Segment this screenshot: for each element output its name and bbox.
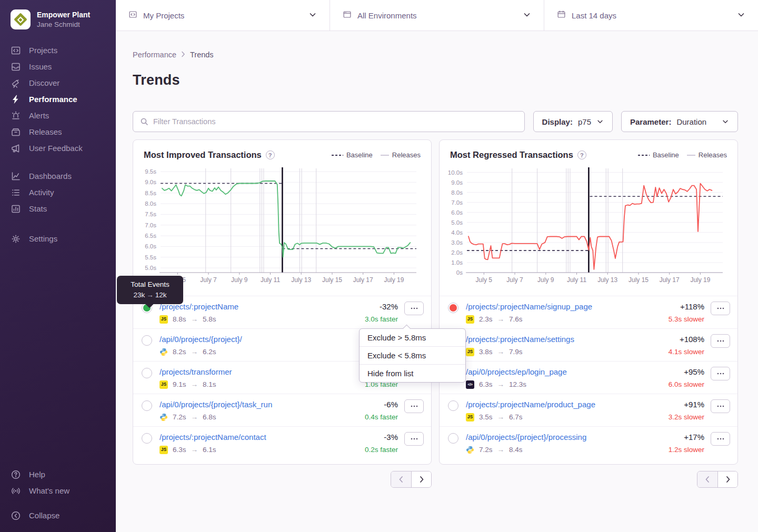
sidebar: Empower Plant Jane Schmidt Projects Issu…: [0, 0, 116, 532]
transaction-radio[interactable]: [142, 335, 152, 346]
chevron-left-icon: [704, 476, 711, 483]
transaction-link[interactable]: /projects/:projectName/contact: [159, 432, 266, 442]
sidebar-item-dashboards[interactable]: Dashboards: [0, 168, 116, 184]
transaction-link[interactable]: /projects/transformer: [159, 367, 232, 377]
transaction-menu-button[interactable]: [711, 302, 730, 315]
next-page-button[interactable]: [717, 471, 737, 487]
transaction-change: -3% 0.2s faster: [365, 432, 398, 454]
improved-pagination: [391, 471, 432, 488]
duration-after: 5.8s: [203, 315, 216, 324]
search-input[interactable]: [153, 117, 517, 126]
transaction-menu-button[interactable]: [711, 334, 730, 348]
percent-change: +118%: [680, 302, 704, 312]
svg-text:July 11: July 11: [261, 276, 280, 284]
transaction-radio[interactable]: [142, 400, 152, 411]
help-icon[interactable]: ?: [577, 150, 586, 159]
javascript-platform-icon: JS: [466, 413, 474, 421]
transaction-link[interactable]: /projects/:projectName/product_page: [466, 399, 595, 409]
filter-row: Display: p75 Parameter: Duration: [133, 111, 738, 132]
transaction-menu-button[interactable]: [711, 367, 730, 380]
ellipsis-icon: [717, 307, 724, 309]
transaction-link[interactable]: /api/0/projects/{project}/: [159, 334, 242, 344]
sidebar-item-label: Projects: [29, 46, 57, 55]
duration-after: 7.9s: [509, 347, 523, 356]
menu-item[interactable]: Hide from list: [360, 364, 465, 382]
sidebar-item-alerts[interactable]: Alerts: [0, 107, 116, 124]
date-filter[interactable]: Last 14 days: [544, 0, 758, 31]
transaction-menu-button[interactable]: [711, 432, 730, 446]
svg-text:5.0s: 5.0s: [451, 219, 463, 226]
ellipsis-icon: [411, 405, 418, 407]
sidebar-item-collapse[interactable]: Collapse: [0, 507, 116, 524]
transaction-radio[interactable]: [448, 433, 458, 444]
python-platform-icon: [159, 348, 168, 356]
javascript-platform-icon: JS: [159, 315, 168, 324]
arrow-right-icon: →: [191, 347, 198, 356]
folder-code-icon: [128, 10, 137, 21]
javascript-platform-icon: JS: [466, 348, 474, 356]
org-logo: [11, 9, 31, 29]
help-icon[interactable]: ?: [266, 150, 275, 159]
search-icon: [140, 117, 148, 126]
org-switcher[interactable]: Empower Plant Jane Schmidt: [0, 0, 116, 42]
transaction-link[interactable]: /api/0/projects/ep/login_page: [466, 367, 567, 377]
transaction-main: /projects/:projectName JS 8.8s → 5.8s: [159, 302, 358, 324]
previous-page-button[interactable]: [697, 471, 717, 487]
transaction-radio[interactable]: [448, 303, 458, 313]
sidebar-item-whats-new[interactable]: What's new: [0, 483, 116, 499]
python-platform-icon: [159, 413, 168, 421]
menu-item[interactable]: Exclude > 5.8ms: [360, 329, 465, 346]
menu-item[interactable]: Exclude < 5.8ms: [360, 346, 465, 364]
transaction-radio[interactable]: [142, 433, 152, 444]
transaction-main: /projects/:projectName/signup_page JS 2.…: [466, 302, 662, 324]
previous-page-button[interactable]: [391, 471, 411, 487]
transaction-link[interactable]: /api/0/projects/{project}/task_run: [159, 399, 272, 409]
transaction-change: -32% 3.0s faster: [365, 302, 398, 324]
display-dropdown[interactable]: Display: p75: [533, 111, 613, 132]
transaction-menu-button[interactable]: [404, 399, 424, 413]
transaction-durations: JS 8.8s → 5.8s: [159, 315, 358, 324]
svg-text:July 9: July 9: [537, 276, 554, 284]
environment-filter[interactable]: All Environments: [330, 0, 544, 31]
sidebar-item-performance[interactable]: Performance: [0, 91, 116, 107]
sidebar-item-projects[interactable]: Projects: [0, 42, 116, 58]
transaction-menu-button[interactable]: [711, 399, 730, 413]
transaction-menu-button[interactable]: [404, 302, 424, 315]
sidebar-item-help[interactable]: Help: [0, 466, 116, 483]
svg-text:9.0s: 9.0s: [145, 179, 156, 185]
percent-change: -32%: [380, 302, 398, 312]
svg-text:July 19: July 19: [384, 276, 404, 284]
sidebar-item-label: Collapse: [29, 511, 59, 520]
duration-delta: 0.4s faster: [365, 413, 398, 421]
sidebar-item-user-feedback[interactable]: User Feedback: [0, 140, 116, 156]
breadcrumb: Performance Trends: [133, 51, 738, 59]
duration-before: 3.8s: [479, 347, 493, 356]
sidebar-nav-primary: Projects Issues Discover Performance Ale…: [0, 42, 116, 156]
sidebar-item-releases[interactable]: Releases: [0, 124, 116, 140]
releases-icon: [11, 127, 21, 137]
transaction-change: +91% 3.2s slower: [669, 399, 704, 421]
svg-text:July 7: July 7: [506, 276, 523, 284]
sidebar-item-settings[interactable]: Settings: [0, 230, 116, 247]
transaction-link[interactable]: /projects/:projectName/settings: [466, 334, 574, 344]
arrow-right-icon: →: [497, 445, 505, 454]
sidebar-item-activity[interactable]: Activity: [0, 184, 116, 200]
breadcrumb-performance[interactable]: Performance: [133, 51, 176, 59]
sidebar-item-issues[interactable]: Issues: [0, 58, 116, 75]
transaction-menu-button[interactable]: [404, 432, 424, 446]
transaction-radio[interactable]: [142, 368, 152, 378]
svg-text:8.0s: 8.0s: [451, 189, 463, 196]
svg-text:7.0s: 7.0s: [451, 199, 463, 206]
project-filter[interactable]: My Projects: [116, 0, 330, 31]
sidebar-item-discover[interactable]: Discover: [0, 75, 116, 91]
transaction-link[interactable]: /projects/:projectName/signup_page: [466, 302, 592, 312]
sidebar-item-stats[interactable]: Stats: [0, 200, 116, 217]
arrow-right-icon: →: [191, 413, 198, 421]
transaction-row: /projects/:projectName/settings JS 3.8s …: [440, 328, 737, 361]
regressed-line-chart: 10.0s9.0s8.0s7.0s6.0s5.0s4.0s3.0s2.0s1.0…: [443, 164, 729, 286]
transaction-radio[interactable]: [448, 400, 458, 411]
parameter-dropdown[interactable]: Parameter: Duration: [621, 111, 738, 132]
next-page-button[interactable]: [411, 471, 431, 487]
duration-before: 7.2s: [173, 413, 186, 421]
transaction-link[interactable]: /api/0/projects/{project}/processing: [466, 432, 586, 442]
